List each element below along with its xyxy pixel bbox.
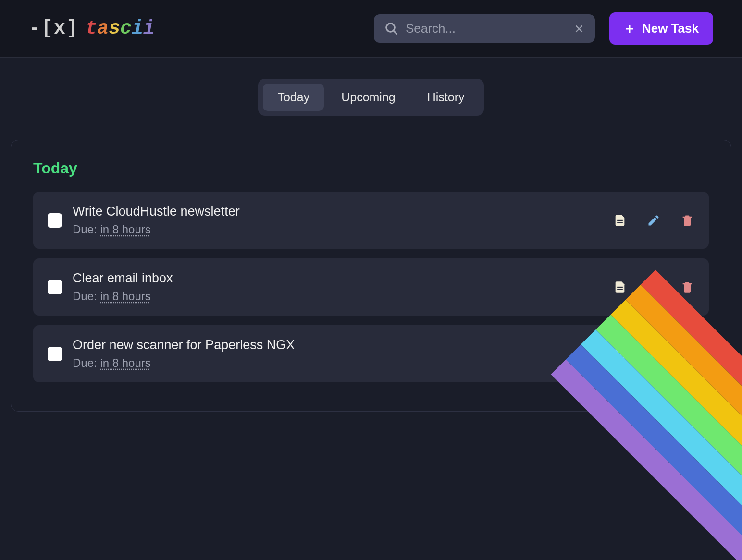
svg-rect-8: [617, 286, 623, 287]
notes-button[interactable]: [613, 213, 627, 228]
edit-button[interactable]: [646, 213, 661, 228]
logo-name: tascii: [86, 18, 155, 39]
new-task-label: New Task: [642, 21, 699, 36]
pencil-icon: [647, 214, 660, 227]
task-title: Clear email inbox: [73, 271, 613, 286]
task-due: Due: in 8 hours: [73, 223, 613, 236]
file-icon: [613, 280, 627, 294]
svg-rect-11: [617, 355, 623, 356]
edit-button[interactable]: [646, 347, 661, 361]
task-body: Write CloudHustle newsletter Due: in 8 h…: [73, 204, 613, 236]
delete-button[interactable]: [680, 280, 694, 294]
task-row: Order new scanner for Paperless NGX Due:…: [33, 325, 709, 382]
today-panel: Today Write CloudHustle newsletter Due: …: [11, 140, 731, 412]
task-due-time: in 8 hours: [100, 223, 150, 236]
task-checkbox[interactable]: [48, 347, 62, 361]
delete-button[interactable]: [680, 213, 694, 228]
pencil-icon: [647, 280, 660, 294]
svg-rect-9: [617, 289, 623, 290]
svg-rect-7: [617, 222, 623, 223]
app-header: -[x] tascii New Task: [0, 0, 742, 58]
search-input[interactable]: [406, 21, 574, 36]
search-icon: [384, 22, 399, 36]
tab-upcoming[interactable]: Upcoming: [327, 84, 410, 111]
task-checkbox[interactable]: [48, 213, 62, 228]
svg-rect-10: [617, 353, 623, 354]
tab-history[interactable]: History: [413, 84, 479, 111]
svg-point-0: [386, 23, 395, 32]
task-due: Due: in 8 hours: [73, 290, 613, 303]
task-due-time: in 8 hours: [100, 290, 150, 303]
task-body: Clear email inbox Due: in 8 hours: [73, 271, 613, 303]
svg-rect-6: [617, 219, 623, 220]
notes-button[interactable]: [613, 347, 627, 361]
new-task-button[interactable]: New Task: [609, 12, 713, 45]
delete-button[interactable]: [680, 347, 694, 361]
file-icon: [613, 347, 627, 361]
panel-title: Today: [33, 159, 709, 177]
task-row: Write CloudHustle newsletter Due: in 8 h…: [33, 192, 709, 249]
trash-icon: [680, 214, 694, 227]
edit-button[interactable]: [646, 280, 661, 294]
task-body: Order new scanner for Paperless NGX Due:…: [73, 338, 613, 370]
tabs-container: Today Upcoming History: [0, 79, 742, 116]
task-due: Due: in 8 hours: [73, 356, 613, 370]
notes-button[interactable]: [613, 280, 627, 294]
tabs: Today Upcoming History: [258, 79, 483, 116]
task-actions: [613, 280, 694, 294]
file-icon: [613, 214, 627, 227]
task-due-time: in 8 hours: [100, 356, 150, 369]
header-right: New Task: [374, 12, 713, 45]
clear-icon[interactable]: [574, 24, 584, 34]
svg-line-1: [394, 31, 397, 34]
task-checkbox[interactable]: [48, 280, 62, 294]
plus-icon: [624, 23, 635, 35]
pencil-icon: [647, 347, 660, 361]
trash-icon: [680, 280, 694, 294]
search-container[interactable]: [374, 14, 595, 43]
task-title: Write CloudHustle newsletter: [73, 204, 613, 219]
app-logo: -[x] tascii: [29, 18, 155, 39]
task-row: Clear email inbox Due: in 8 hours: [33, 258, 709, 316]
logo-prefix: -[x]: [29, 18, 79, 39]
task-actions: [613, 213, 694, 228]
task-title: Order new scanner for Paperless NGX: [73, 338, 613, 353]
task-actions: [613, 347, 694, 361]
trash-icon: [680, 347, 694, 361]
tab-today[interactable]: Today: [263, 84, 324, 111]
